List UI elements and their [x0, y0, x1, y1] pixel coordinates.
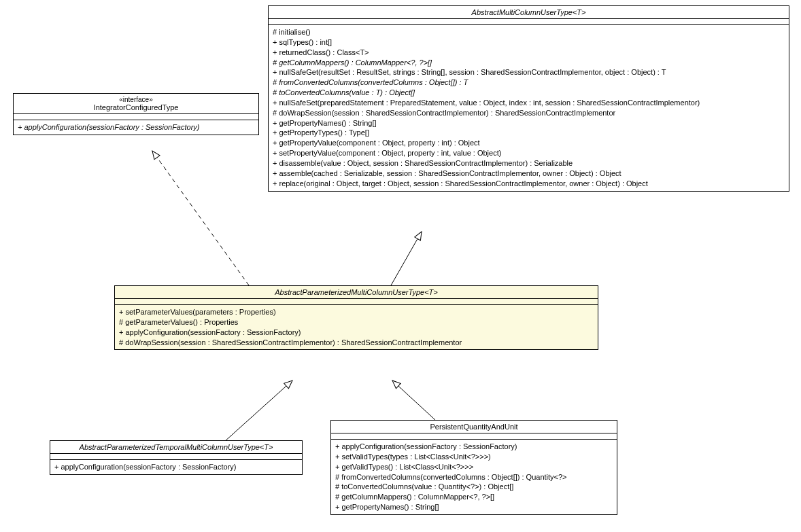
class-abstract-multi-column-user-type: AbstractMultiColumnUserType<T> # initial…: [268, 5, 789, 192]
method: + setValidTypes(types : List<Class<Unit<…: [335, 452, 613, 462]
class-abstract-parameterized-temporal-multi-column-user-type: AbstractParameterizedTemporalMultiColumn…: [50, 440, 303, 475]
method: # getParameterValues() : Properties: [119, 317, 594, 327]
class-title: AbstractMultiColumnUserType<T>: [269, 6, 789, 19]
methods-compartment: # initialise() + sqlTypes() : int[] + re…: [269, 25, 789, 191]
class-title: PersistentQuantityAndUnit: [331, 421, 617, 433]
methods-compartment: + setParameterValues(parameters : Proper…: [115, 305, 598, 349]
attributes-compartment: [115, 299, 598, 305]
method: + applyConfiguration(sessionFactory : Se…: [119, 327, 594, 338]
method: + returnedClass() : Class<T>: [273, 48, 785, 58]
attributes-compartment: [50, 454, 302, 460]
method: + replace(original : Object, target : Ob…: [273, 179, 785, 189]
attributes-compartment: [269, 19, 789, 25]
class-title: AbstractParameterizedTemporalMultiColumn…: [50, 441, 302, 454]
method: + setPropertyValue(component : Object, p…: [273, 148, 785, 158]
method: + setParameterValues(parameters : Proper…: [119, 307, 594, 317]
method: + sqlTypes() : int[]: [273, 37, 785, 48]
method: # toConvertedColumns(value : T) : Object…: [273, 88, 785, 98]
realization-connector: [152, 151, 249, 285]
class-name: PersistentQuantityAndUnit: [335, 423, 613, 431]
method: + applyConfiguration(sessionFactory : Se…: [18, 122, 254, 132]
class-title: «interface» IntegratorConfiguredType: [14, 94, 258, 114]
attributes-compartment: [14, 114, 258, 120]
generalization-connector: [391, 232, 422, 285]
class-title: AbstractParameterizedMultiColumnUserType…: [115, 286, 598, 299]
class-integrator-configured-type: «interface» IntegratorConfiguredType + a…: [13, 93, 259, 135]
class-persistent-quantity-and-unit: PersistentQuantityAndUnit + applyConfigu…: [330, 420, 617, 515]
class-name: AbstractParameterizedMultiColumnUserType…: [119, 288, 594, 296]
method: + applyConfiguration(sessionFactory : Se…: [335, 442, 613, 452]
class-name: AbstractParameterizedTemporalMultiColumn…: [54, 443, 298, 451]
method: + getPropertyNames() : String[]: [335, 502, 613, 512]
class-name: IntegratorConfiguredType: [18, 103, 254, 111]
method: + getPropertyNames() : String[]: [273, 118, 785, 128]
method: + nullSafeGet(resultSet : ResultSet, str…: [273, 67, 785, 77]
method: + getValidTypes() : List<Class<Unit<?>>>: [335, 462, 613, 472]
methods-compartment: + applyConfiguration(sessionFactory : Se…: [14, 120, 258, 135]
method: + applyConfiguration(sessionFactory : Se…: [54, 462, 298, 472]
methods-compartment: + applyConfiguration(sessionFactory : Se…: [331, 440, 617, 514]
generalization-connector: [224, 380, 292, 442]
method: + nullSafeSet(preparedStatement : Prepar…: [273, 98, 785, 108]
methods-compartment: + applyConfiguration(sessionFactory : Se…: [50, 460, 302, 474]
method: + getPropertyValue(component : Object, p…: [273, 138, 785, 148]
method: # getColumnMappers() : ColumnMapper<?, ?…: [273, 58, 785, 68]
method: # doWrapSession(session : SharedSessionC…: [119, 338, 594, 348]
generalization-connector: [392, 380, 435, 420]
method: # toConvertedColumns(value : Quantity<?>…: [335, 482, 613, 492]
method: # fromConvertedColumns(convertedColumns …: [335, 472, 613, 482]
method: # initialise(): [273, 27, 785, 37]
stereotype-label: «interface»: [18, 96, 254, 103]
attributes-compartment: [331, 433, 617, 440]
class-name: AbstractMultiColumnUserType<T>: [273, 8, 785, 16]
class-abstract-parameterized-multi-column-user-type: AbstractParameterizedMultiColumnUserType…: [114, 285, 598, 350]
method: # doWrapSession(session : SharedSessionC…: [273, 108, 785, 118]
method: # getColumnMappers() : ColumnMapper<?, ?…: [335, 492, 613, 502]
method: + assemble(cached : Serializable, sessio…: [273, 169, 785, 179]
method: + getPropertyTypes() : Type[]: [273, 128, 785, 138]
method: # fromConvertedColumns(convertedColumns …: [273, 77, 785, 88]
method: + disassemble(value : Object, session : …: [273, 158, 785, 169]
